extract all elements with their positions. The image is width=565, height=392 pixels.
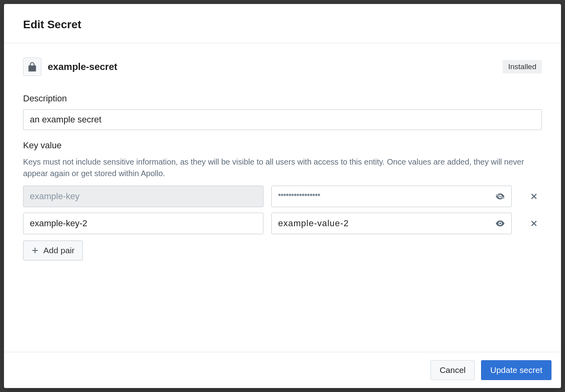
keyvalue-help-text: Keys must not include sensitive informat… — [23, 156, 542, 179]
modal-body: example-secret Installed Description Key… — [4, 43, 561, 352]
status-badge: Installed — [503, 60, 542, 74]
add-pair-label: Add pair — [43, 246, 74, 255]
secret-name-row: example-secret Installed — [23, 58, 542, 76]
key-input[interactable] — [30, 218, 257, 229]
value-input[interactable] — [278, 218, 490, 229]
description-section: Description — [23, 93, 542, 130]
eye-slash-icon — [495, 191, 505, 202]
modal-header: Edit Secret — [4, 4, 561, 43]
toggle-visibility-button[interactable] — [494, 217, 507, 230]
plus-icon — [31, 247, 39, 254]
keyvalue-section: Key value Keys must not include sensitiv… — [23, 140, 542, 260]
secret-name: example-secret — [48, 61, 117, 72]
modal-footer: Cancel Update secret — [4, 352, 561, 388]
key-cell — [23, 213, 263, 234]
description-label: Description — [23, 93, 542, 104]
lock-icon — [28, 62, 37, 72]
value-cell — [271, 186, 512, 207]
value-input-masked[interactable] — [278, 192, 490, 200]
lock-icon-box — [23, 58, 41, 76]
key-cell-disabled: example-key — [23, 186, 263, 207]
close-icon — [530, 192, 538, 200]
keyvalue-label: Key value — [23, 140, 542, 151]
description-input[interactable] — [23, 109, 542, 130]
key-text: example-key — [30, 191, 80, 202]
eye-icon — [495, 218, 505, 229]
toggle-visibility-button[interactable] — [494, 190, 507, 203]
keyvalue-grid: example-key — [23, 186, 542, 234]
modal-title: Edit Secret — [23, 18, 542, 31]
modal-backdrop: Edit Secret example-secret Installed Des… — [0, 0, 565, 392]
keyvalue-row: example-key — [23, 186, 542, 207]
edit-secret-modal: Edit Secret example-secret Installed Des… — [4, 4, 561, 388]
keyvalue-row — [23, 213, 542, 234]
close-icon — [530, 219, 538, 227]
cancel-button[interactable]: Cancel — [431, 360, 475, 380]
update-secret-button[interactable]: Update secret — [481, 360, 551, 380]
value-cell — [271, 213, 512, 234]
remove-pair-button[interactable] — [526, 188, 542, 204]
secret-name-left: example-secret — [23, 58, 117, 76]
add-pair-button[interactable]: Add pair — [23, 241, 83, 260]
remove-pair-button[interactable] — [526, 215, 542, 231]
